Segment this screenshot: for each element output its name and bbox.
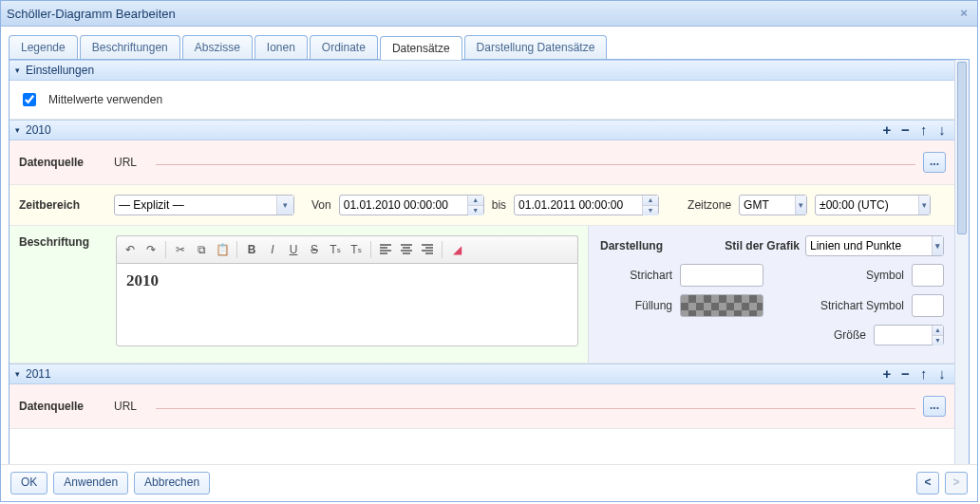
groesse-input[interactable]: [875, 326, 932, 345]
chevron-down-icon[interactable]: ▾: [918, 196, 930, 215]
spin-down-icon[interactable]: ▼: [643, 206, 658, 215]
chevron-down-icon: ▾: [15, 121, 20, 140]
tab-ionen[interactable]: Ionen: [254, 35, 308, 59]
section-title: 2011: [26, 364, 879, 383]
next-button[interactable]: >: [945, 472, 968, 495]
apply-button[interactable]: Anwenden: [53, 472, 128, 495]
mittelwerte-checkbox[interactable]: [23, 93, 36, 106]
remove-icon[interactable]: −: [897, 364, 913, 383]
spin-up-icon[interactable]: ▲: [468, 196, 483, 206]
italic-icon[interactable]: I: [263, 240, 282, 259]
strichart-symbol-picker[interactable]: [912, 294, 944, 317]
spin-up-icon[interactable]: ▲: [643, 196, 658, 206]
tabs: Legende Beschriftungen Abszisse Ionen Or…: [9, 34, 970, 60]
zeitbereich-input[interactable]: [115, 196, 276, 215]
datenquelle-label: Datenquelle: [19, 400, 106, 413]
strichart-symbol-label: Strichart Symbol: [781, 300, 904, 311]
stil-label: Stil der Grafik: [725, 239, 800, 252]
url-field[interactable]: [156, 408, 915, 410]
add-icon[interactable]: +: [879, 364, 895, 383]
strichart-picker[interactable]: [680, 264, 763, 287]
move-down-icon[interactable]: ↓: [934, 121, 950, 140]
tab-ordinate[interactable]: Ordinate: [310, 35, 378, 59]
von-input[interactable]: [340, 196, 467, 215]
scroll-thumb[interactable]: [957, 62, 967, 234]
tab-legende[interactable]: Legende: [9, 35, 78, 59]
chevron-down-icon[interactable]: ▾: [276, 196, 293, 215]
cut-icon[interactable]: ✂: [171, 240, 190, 259]
close-icon[interactable]: ×: [956, 6, 971, 21]
editor-body[interactable]: 2010: [116, 263, 578, 346]
datenquelle-type: URL: [114, 156, 148, 169]
datenquelle-label: Datenquelle: [19, 156, 106, 169]
strichart-label: Strichart: [600, 269, 672, 282]
align-left-icon[interactable]: [376, 240, 395, 259]
section-dataset-2010-header[interactable]: ▾ 2010 + − ↑ ↓: [9, 120, 955, 140]
zeitbereich-combo[interactable]: ▾: [114, 195, 294, 215]
spin-up-icon[interactable]: ▲: [933, 326, 943, 336]
underline-icon[interactable]: U: [284, 240, 303, 259]
symbol-label: Symbol: [781, 269, 904, 282]
page-title: Schöller-Diagramm Bearbeiten: [7, 7, 956, 21]
subscript-icon[interactable]: Ts: [326, 240, 345, 259]
mittelwerte-label: Mittelwerte verwenden: [48, 93, 162, 106]
spin-down-icon[interactable]: ▼: [468, 206, 483, 215]
fuellung-picker[interactable]: [680, 294, 763, 317]
cancel-button[interactable]: Abbrechen: [134, 472, 210, 495]
zeitzone-combo[interactable]: ▾: [739, 195, 807, 215]
chevron-down-icon: ▾: [15, 364, 20, 383]
bis-spinner[interactable]: ▲ ▼: [514, 195, 659, 215]
url-field[interactable]: [156, 164, 915, 166]
von-label: Von: [311, 198, 331, 212]
align-center-icon[interactable]: [397, 240, 416, 259]
bis-label: bis: [492, 198, 506, 212]
remove-icon[interactable]: −: [897, 121, 913, 140]
datenquelle-type: URL: [114, 400, 148, 413]
tab-darstellung-datensaetze[interactable]: Darstellung Datensätze: [464, 35, 608, 59]
groesse-spinner[interactable]: ▲ ▼: [874, 325, 944, 345]
zeitzone-input[interactable]: [740, 196, 795, 215]
align-right-icon[interactable]: [418, 240, 437, 259]
browse-button[interactable]: ...: [923, 152, 946, 173]
ok-button[interactable]: OK: [10, 472, 47, 495]
groesse-label: Größe: [781, 328, 866, 342]
bold-icon[interactable]: B: [242, 240, 261, 259]
bis-input[interactable]: [515, 196, 642, 215]
chevron-down-icon[interactable]: ▾: [795, 196, 806, 215]
datenquelle-row: Datenquelle URL ...: [9, 384, 955, 429]
datenquelle-row: Datenquelle URL ...: [9, 140, 955, 185]
zeitzone-offset-combo[interactable]: ▾: [815, 195, 931, 215]
chevron-down-icon[interactable]: ▾: [932, 236, 943, 255]
stil-combo[interactable]: ▾: [805, 235, 944, 256]
section-dataset-2011-header[interactable]: ▾ 2011 + − ↑ ↓: [9, 364, 955, 384]
zeitzone-offset-input[interactable]: [816, 196, 918, 215]
browse-button[interactable]: ...: [923, 396, 946, 417]
section-einstellungen-header[interactable]: ▾ Einstellungen: [9, 60, 955, 81]
editor-toolbar: ↶ ↷ ✂ ⧉ 📋 B I U S Ts: [116, 235, 578, 263]
paste-icon[interactable]: 📋: [213, 240, 232, 259]
scrollbar[interactable]: [954, 60, 969, 464]
move-down-icon[interactable]: ↓: [934, 364, 950, 383]
beschriftung-label: Beschriftung: [19, 235, 106, 353]
darstellung-heading: Darstellung: [600, 239, 719, 252]
symbol-picker[interactable]: [912, 264, 944, 287]
redo-icon[interactable]: ↷: [141, 240, 160, 259]
eraser-icon[interactable]: ◢: [447, 240, 466, 259]
superscript-icon[interactable]: Ts: [347, 240, 366, 259]
tab-datensaetze[interactable]: Datensätze: [380, 36, 462, 60]
add-icon[interactable]: +: [879, 121, 895, 140]
move-up-icon[interactable]: ↑: [916, 364, 932, 383]
prev-button[interactable]: <: [916, 472, 939, 495]
undo-icon[interactable]: ↶: [121, 240, 140, 259]
tab-abszisse[interactable]: Abszisse: [182, 35, 253, 59]
spin-down-icon[interactable]: ▼: [933, 336, 943, 345]
move-up-icon[interactable]: ↑: [916, 121, 932, 140]
tab-beschriftungen[interactable]: Beschriftungen: [80, 35, 180, 59]
copy-icon[interactable]: ⧉: [192, 240, 211, 259]
zeitzone-label: Zeitzone: [688, 198, 731, 212]
section-title: Einstellungen: [26, 61, 950, 80]
chevron-down-icon: ▾: [15, 61, 20, 80]
strike-icon[interactable]: S: [305, 240, 324, 259]
stil-input[interactable]: [806, 236, 932, 255]
von-spinner[interactable]: ▲ ▼: [339, 195, 484, 215]
